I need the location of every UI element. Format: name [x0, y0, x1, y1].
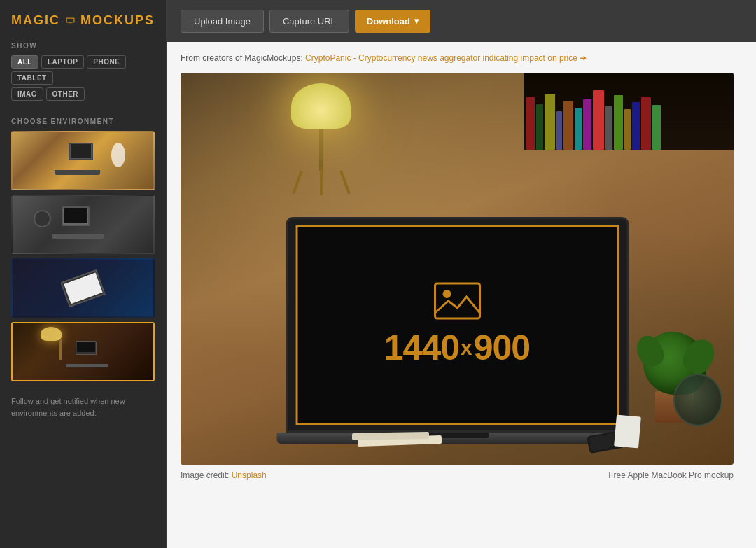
promo-prefix: From creators of MagicMockups: — [181, 53, 305, 63]
book-cover — [614, 415, 641, 449]
show-label: SHOW — [11, 42, 155, 50]
papers — [352, 432, 429, 440]
svg-point-4 — [442, 290, 451, 298]
filter-buttons: ALL LAPTOP PHONE TABLET — [11, 55, 155, 85]
screen-dimensions: 1440 x 900 — [384, 328, 530, 368]
svg-rect-3 — [435, 283, 479, 318]
follow-text: Follow and get notified when new environ… — [0, 387, 166, 427]
env-label: CHOOSE ENVIRONMENT — [11, 118, 155, 125]
logo-magic: MAGIC — [11, 13, 60, 28]
promo-bar: From creators of MagicMockups: CryptoPan… — [181, 52, 742, 64]
main-content: Upload Image Capture URL Download ▾ From… — [167, 0, 756, 548]
mockup-image: 1440 x 900 — [181, 73, 734, 465]
env-grid — [11, 131, 155, 381]
upload-image-button[interactable]: Upload Image — [181, 10, 264, 33]
promo-link[interactable]: CryptoPanic - Cryptocurrency news aggreg… — [305, 53, 587, 63]
download-button[interactable]: Download ▾ — [355, 10, 430, 33]
capture-url-button[interactable]: Capture URL — [270, 10, 349, 33]
logo-icon — [66, 13, 75, 28]
filter-tablet[interactable]: TABLET — [11, 71, 53, 85]
download-chevron-icon: ▾ — [414, 16, 419, 26]
download-label: Download — [367, 16, 410, 27]
env-thumb-1[interactable] — [11, 131, 155, 190]
image-credit: Image credit: Unsplash — [181, 470, 267, 480]
filter-other[interactable]: OTHER — [46, 87, 85, 101]
filter-imac[interactable]: IMAC — [11, 87, 43, 101]
toolbar: Upload Image Capture URL Download ▾ — [167, 0, 756, 42]
credit-label: Image credit: — [181, 470, 232, 480]
footer-info: Image credit: Unsplash Free Apple MacBoo… — [181, 470, 734, 480]
env-thumb-4[interactable] — [11, 322, 155, 381]
fishbowl — [673, 374, 722, 426]
filter-laptop[interactable]: LAPTOP — [41, 55, 84, 69]
svg-rect-1 — [67, 19, 74, 22]
sidebar: MAGIC MOCKUPS SHOW ALL LAPTOP PHONE TABL… — [0, 0, 167, 548]
credit-link[interactable]: Unsplash — [232, 470, 267, 480]
desk-background: 1440 x 900 — [181, 73, 734, 465]
show-section: SHOW ALL LAPTOP PHONE TABLET IMAC OTHER — [0, 39, 166, 109]
logo-mockups: MOCKUPS — [80, 13, 155, 28]
filter-phone[interactable]: PHONE — [87, 55, 126, 69]
env-thumb-3[interactable] — [11, 258, 155, 318]
content-area: From creators of MagicMockups: CryptoPan… — [167, 42, 756, 548]
env-thumb-2[interactable] — [11, 195, 155, 254]
screen-placeholder-icon — [433, 281, 482, 322]
filter-all[interactable]: ALL — [11, 55, 38, 69]
bookshelf — [524, 73, 734, 150]
filter-buttons-row2: IMAC OTHER — [11, 87, 155, 101]
mockup-label: Free Apple MacBook Pro mockup — [608, 470, 734, 480]
laptop-mockup: 1440 x 900 — [277, 217, 638, 444]
mockup-container: 1440 x 900 — [181, 73, 734, 480]
logo-area: MAGIC MOCKUPS — [0, 0, 166, 39]
lamp — [291, 83, 351, 195]
svg-rect-2 — [69, 22, 71, 23]
env-section: CHOOSE ENVIRONMENT — [0, 109, 166, 387]
